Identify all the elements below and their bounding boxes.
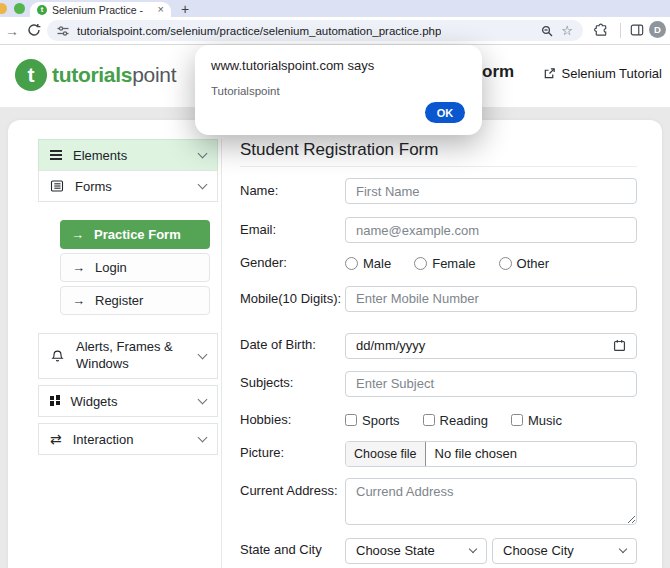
gender-option-male[interactable]: Male: [345, 256, 391, 271]
address-label: Current Address:: [240, 478, 345, 501]
widgets-label: Widgets: [71, 394, 118, 409]
selenium-tutorial-link[interactable]: Selenium Tutorial: [543, 66, 662, 81]
external-link-icon: [543, 67, 556, 80]
sidebar: Elements Forms → Practice Form: [38, 139, 222, 568]
mobile-label: Mobile(10 Digits):: [240, 286, 345, 309]
sidebar-elements-label: Elements: [73, 148, 127, 163]
state-city-label: State and City: [240, 541, 345, 560]
reading-checkbox[interactable]: [423, 414, 435, 426]
browser-toolbar: → tutorialspoint.com/selenium/practice/s…: [0, 17, 670, 45]
chevron-down-icon: [198, 350, 208, 360]
heading-divider: [240, 166, 637, 167]
tab-close-icon[interactable]: ×: [158, 4, 164, 15]
logo-text-primary: tutorials: [52, 63, 132, 86]
hamburger-icon: [50, 150, 62, 159]
city-select[interactable]: Choose City: [492, 538, 637, 564]
hobbies-row: Hobbies: Sports Reading Music: [240, 411, 637, 430]
hobby-option-reading[interactable]: Reading: [423, 413, 488, 428]
sidebar-item-practice-form[interactable]: → Practice Form: [60, 220, 210, 249]
name-row: Name:: [240, 178, 637, 204]
sidebar-item-elements[interactable]: Elements: [38, 139, 218, 171]
browser-tab[interactable]: t Selenium Practice - Student F ×: [30, 2, 171, 17]
forward-icon[interactable]: →: [5, 23, 19, 39]
reading-label: Reading: [440, 413, 488, 428]
login-label: Login: [95, 260, 127, 275]
tab-favicon: t: [37, 5, 47, 15]
site-settings-icon[interactable]: [57, 25, 69, 37]
arrow-right-icon: →: [71, 227, 84, 242]
sidebar-item-widgets[interactable]: Widgets: [38, 385, 218, 417]
picture-file-input[interactable]: Choose file No file chosen: [345, 441, 637, 467]
minimize-traffic-light[interactable]: [0, 3, 7, 14]
alert-ok-button[interactable]: OK: [425, 102, 465, 123]
url-text[interactable]: tutorialspoint.com/selenium/practice/sel…: [77, 25, 441, 37]
logo-mark-icon: t: [15, 59, 47, 91]
sidebar-item-alerts-frames-windows[interactable]: Alerts, Frames & Windows: [38, 333, 218, 379]
tutorialspoint-logo[interactable]: t tutorialspoint: [15, 59, 176, 91]
zoom-icon[interactable]: [541, 25, 553, 37]
alerts-label: Alerts, Frames & Windows: [76, 339, 180, 373]
name-input[interactable]: [345, 178, 637, 204]
choose-file-button[interactable]: Choose file: [346, 442, 426, 466]
address-textarea[interactable]: [345, 478, 637, 525]
profile-avatar[interactable]: D: [649, 21, 666, 38]
dob-input[interactable]: dd/mm/yyyy: [345, 333, 637, 359]
sidebar-forms-label: Forms: [75, 179, 112, 194]
chevron-down-icon: [198, 149, 208, 159]
sidebar-item-login[interactable]: → Login: [60, 253, 210, 282]
email-input[interactable]: [345, 217, 637, 243]
registration-form: Student Registration Form Name: Email: G…: [240, 139, 637, 568]
male-label: Male: [363, 256, 391, 271]
other-radio[interactable]: [499, 257, 512, 270]
mobile-input[interactable]: [345, 286, 637, 312]
practice-form-label: Practice Form: [94, 227, 181, 242]
female-radio[interactable]: [414, 257, 427, 270]
hobby-option-music[interactable]: Music: [511, 413, 562, 428]
chevron-down-icon: [198, 395, 208, 405]
list-icon: [50, 179, 64, 193]
gender-label: Gender:: [240, 254, 345, 273]
content-card: Elements Forms → Practice Form: [8, 120, 662, 568]
chevron-down-icon: [198, 180, 208, 190]
register-label: Register: [95, 293, 143, 308]
logo-text: tutorialspoint: [52, 63, 176, 87]
subjects-input[interactable]: [345, 371, 637, 397]
new-tab-button[interactable]: +: [181, 1, 189, 17]
calendar-icon[interactable]: [613, 339, 626, 352]
logo-text-secondary: point: [132, 63, 176, 86]
javascript-alert-dialog: www.tutorialspoint.com says Tutorialspoi…: [195, 45, 482, 135]
gender-option-other[interactable]: Other: [499, 256, 550, 271]
picture-row: Picture: Choose file No file chosen: [240, 441, 637, 467]
toolbar-divider: [620, 23, 621, 38]
sidebar-item-register[interactable]: → Register: [60, 286, 210, 315]
subjects-label: Subjects:: [240, 374, 345, 393]
reload-icon[interactable]: [27, 23, 41, 37]
sidebar-item-interaction[interactable]: ⇄ Interaction: [38, 423, 218, 455]
subjects-row: Subjects:: [240, 371, 637, 397]
state-value: Choose State: [356, 543, 435, 558]
gender-option-female[interactable]: Female: [414, 256, 475, 271]
side-panel-icon[interactable]: [630, 23, 644, 37]
bookmark-star-icon[interactable]: ☆: [561, 24, 573, 37]
fullscreen-traffic-light[interactable]: [14, 3, 25, 14]
sports-checkbox[interactable]: [345, 414, 357, 426]
address-bar[interactable]: tutorialspoint.com/selenium/practice/sel…: [47, 20, 583, 41]
chevron-down-icon: [619, 545, 627, 553]
forms-submenu: → Practice Form → Login → Register: [60, 220, 210, 315]
music-checkbox[interactable]: [511, 414, 523, 426]
dob-row: Date of Birth: dd/mm/yyyy: [240, 333, 637, 359]
interaction-label: Interaction: [73, 432, 134, 447]
male-radio[interactable]: [345, 257, 358, 270]
hobbies-label: Hobbies:: [240, 411, 345, 430]
chevron-down-icon: [469, 545, 477, 553]
dob-label: Date of Birth:: [240, 336, 345, 355]
arrow-right-icon: →: [72, 260, 85, 275]
widgets-grid-icon: [50, 396, 60, 407]
sidebar-item-forms[interactable]: Forms: [38, 170, 218, 202]
female-label: Female: [432, 256, 475, 271]
hobby-option-sports[interactable]: Sports: [345, 413, 400, 428]
extensions-icon[interactable]: [594, 23, 608, 37]
chevron-down-icon: [198, 433, 208, 443]
state-select[interactable]: Choose State: [345, 538, 487, 564]
mobile-row: Mobile(10 Digits):: [240, 286, 637, 312]
